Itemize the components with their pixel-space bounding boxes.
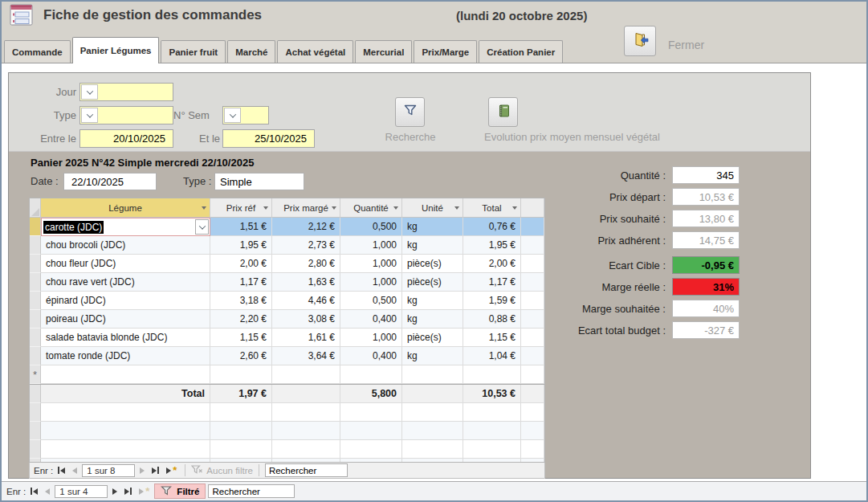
- tab-marche[interactable]: Marché: [227, 40, 275, 63]
- cell[interactable]: 2,73 €: [272, 236, 340, 255]
- cell[interactable]: 0,400: [340, 310, 402, 329]
- row-selector[interactable]: [30, 292, 41, 310]
- table-row[interactable]: carotte (JDC) 1,51 € 2,12 € 0,500 kg 0,7…: [30, 218, 544, 236]
- cell[interactable]: 1,15 €: [210, 329, 272, 347]
- previous-record-button[interactable]: [43, 488, 52, 495]
- cell[interactable]: 2,00 €: [210, 255, 272, 273]
- cell[interactable]: 3,64 €: [272, 347, 340, 365]
- cell[interactable]: [463, 365, 521, 384]
- cell[interactable]: salade batavia blonde (JDC): [41, 329, 210, 347]
- cell[interactable]: chou fleur (JDC): [41, 255, 210, 273]
- cell[interactable]: chou brocoli (JDC): [41, 236, 210, 255]
- cell[interactable]: 0,88 €: [463, 310, 521, 329]
- row-selector[interactable]: [30, 273, 41, 292]
- column-header-unite[interactable]: Unité: [402, 198, 463, 218]
- new-record-selector[interactable]: *: [30, 365, 41, 384]
- next-record-button[interactable]: [110, 488, 120, 495]
- table-row[interactable]: tomate ronde (JDC) 2,60 € 3,64 € 0,400 k…: [30, 347, 544, 365]
- cell[interactable]: 1,95 €: [210, 236, 272, 255]
- cell[interactable]: chou rave vert (JDC): [41, 273, 210, 292]
- cell[interactable]: kg: [402, 292, 463, 310]
- first-record-button[interactable]: [28, 488, 40, 495]
- cell[interactable]: 1,95 €: [463, 236, 521, 255]
- cell[interactable]: [340, 365, 402, 384]
- table-row[interactable]: chou rave vert (JDC) 1,17 € 1,63 € 1,000…: [30, 273, 544, 292]
- column-header-quantite[interactable]: Quantité: [340, 198, 402, 218]
- cell[interactable]: 1,51 €: [210, 218, 272, 236]
- first-record-button[interactable]: [55, 467, 67, 474]
- column-header-legume[interactable]: Légume: [41, 198, 210, 218]
- next-record-button[interactable]: [137, 467, 147, 474]
- cell[interactable]: 1,000: [340, 329, 402, 347]
- filter-arrow-icon[interactable]: [393, 206, 398, 210]
- cell[interactable]: 3,08 €: [272, 310, 340, 329]
- row-selector[interactable]: [30, 310, 41, 329]
- jour-combo[interactable]: [79, 83, 173, 101]
- cell[interactable]: 1,61 €: [272, 329, 340, 347]
- cell[interactable]: kg: [402, 310, 463, 329]
- cell[interactable]: 1,17 €: [210, 273, 272, 292]
- last-record-button[interactable]: [122, 488, 134, 495]
- cell[interactable]: 2,00 €: [463, 255, 521, 273]
- table-row[interactable]: chou fleur (JDC) 2,00 € 2,80 € 1,000 piè…: [30, 255, 544, 273]
- cell[interactable]: 2,12 €: [272, 218, 340, 236]
- panier-type-field[interactable]: Simple: [214, 173, 304, 190]
- filter-arrow-icon[interactable]: [454, 206, 459, 210]
- jour-dropdown-button[interactable]: [81, 84, 98, 100]
- cell[interactable]: kg: [402, 347, 463, 365]
- search-records-input[interactable]: Rechercher: [208, 484, 295, 498]
- cell[interactable]: 3,18 €: [210, 292, 272, 310]
- last-record-button[interactable]: [149, 467, 161, 474]
- row-selector[interactable]: [30, 218, 41, 236]
- table-row[interactable]: salade batavia blonde (JDC) 1,15 € 1,61 …: [30, 329, 544, 347]
- close-button-label[interactable]: Fermer: [668, 39, 704, 51]
- cell[interactable]: [402, 365, 463, 384]
- column-header-total[interactable]: Total: [463, 198, 521, 218]
- row-selector[interactable]: [30, 255, 41, 273]
- tab-commande[interactable]: Commande: [4, 40, 71, 63]
- cell[interactable]: [272, 365, 340, 384]
- evolution-prix-button[interactable]: [488, 97, 518, 127]
- column-header-prix-ref[interactable]: Prix réf: [210, 198, 272, 218]
- table-row[interactable]: poireau (JDC) 2,20 € 3,08 € 0,400 kg 0,8…: [30, 310, 544, 329]
- cell[interactable]: 1,63 €: [272, 273, 340, 292]
- panier-date-field[interactable]: 22/10/2025: [63, 173, 157, 190]
- close-form-button[interactable]: [624, 26, 656, 56]
- type-dropdown-button[interactable]: [81, 108, 98, 123]
- tab-panier-fruit[interactable]: Panier fruit: [161, 40, 226, 63]
- tab-panier-legumes[interactable]: Panier Légumes: [72, 37, 160, 63]
- cell[interactable]: pièce(s): [402, 255, 463, 273]
- row-selector[interactable]: [30, 329, 41, 347]
- record-position[interactable]: 1 sur 4: [55, 485, 108, 498]
- select-all-corner[interactable]: [30, 198, 41, 218]
- previous-record-button[interactable]: [70, 467, 79, 474]
- cell[interactable]: tomate ronde (JDC): [41, 347, 210, 365]
- record-position[interactable]: 1 sur 8: [82, 464, 135, 477]
- new-record-button[interactable]: *: [137, 488, 152, 495]
- cell[interactable]: 1,17 €: [463, 273, 521, 292]
- sem-combo[interactable]: [222, 106, 269, 124]
- cell[interactable]: épinard (JDC): [41, 292, 210, 310]
- type-combo[interactable]: [79, 106, 173, 124]
- cell[interactable]: poireau (JDC): [41, 310, 210, 329]
- cell[interactable]: [41, 365, 210, 384]
- cell[interactable]: 4,46 €: [272, 292, 340, 310]
- cell[interactable]: 0,76 €: [463, 218, 521, 236]
- recherche-button-label[interactable]: Recherche: [377, 131, 443, 143]
- cell[interactable]: 2,20 €: [210, 310, 272, 329]
- tab-mercurial[interactable]: Mercurial: [355, 40, 412, 63]
- table-row[interactable]: épinard (JDC) 3,18 € 4,46 € 0,500 kg 1,5…: [30, 292, 544, 310]
- date-fin-field[interactable]: 25/10/2025: [222, 129, 315, 148]
- row-selector[interactable]: [30, 236, 41, 255]
- filter-arrow-icon[interactable]: [263, 206, 268, 210]
- cell[interactable]: pièce(s): [402, 329, 463, 347]
- legume-combo-cell[interactable]: carotte (JDC): [41, 218, 210, 236]
- cell[interactable]: 0,500: [340, 218, 402, 236]
- tab-prix-marge[interactable]: Prix/Marge: [414, 40, 477, 63]
- new-record-button[interactable]: *: [164, 467, 179, 474]
- cell[interactable]: 1,04 €: [463, 347, 521, 365]
- cell[interactable]: 1,59 €: [463, 292, 521, 310]
- cell[interactable]: 1,15 €: [463, 329, 521, 347]
- cell[interactable]: 2,80 €: [272, 255, 340, 273]
- column-header-prix-marge[interactable]: Prix margé: [272, 198, 340, 218]
